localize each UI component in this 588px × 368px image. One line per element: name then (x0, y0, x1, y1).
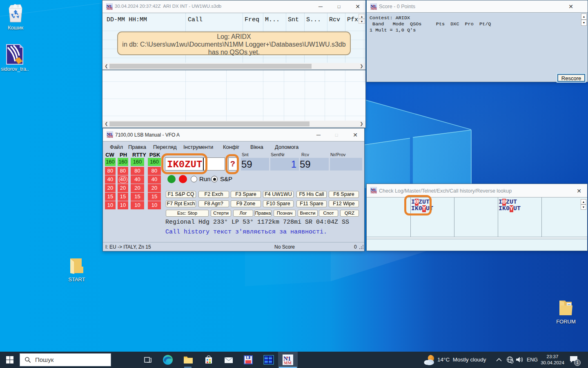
svg-text:MM: MM (371, 191, 377, 194)
svg-text:+: + (286, 356, 288, 360)
svg-text:MM: MM (284, 361, 292, 365)
svg-text:MM: MM (107, 135, 113, 138)
svg-text:MM: MM (107, 7, 113, 10)
svg-text:MM: MM (371, 7, 377, 10)
